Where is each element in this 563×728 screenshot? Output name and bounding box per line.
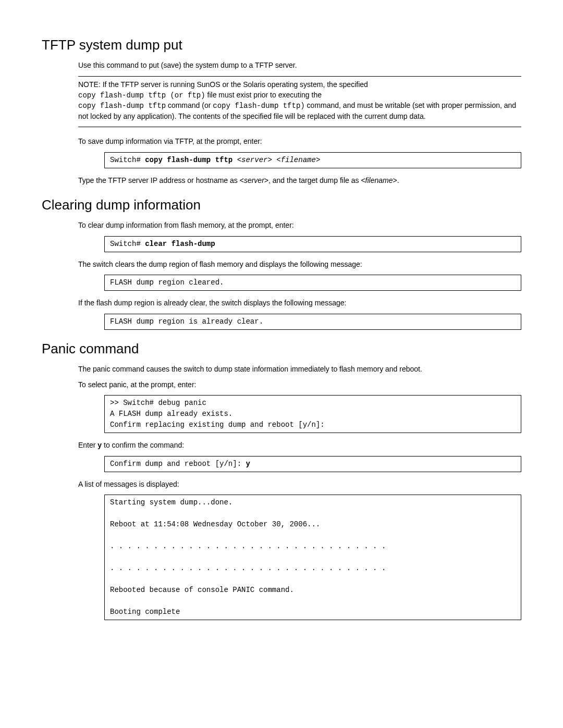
code-block-panic: >> Switch# debug panic A FLASH dump alre… (104, 395, 521, 433)
para-messages: A list of messages is displayed: (78, 479, 521, 490)
para-select-panic: To select panic, at the prompt, enter: (78, 380, 521, 390)
note-code-2: copy flash-dump tftp (78, 102, 166, 110)
code-block-clear: Switch# clear flash-dump (104, 236, 521, 252)
para-type-server: Type the TFTP server IP address or hostn… (78, 176, 521, 186)
note-box: NOTE: If the TFTP server is running SunO… (78, 76, 521, 127)
text-bold: y (97, 441, 102, 449)
code-args: <server> <filename> (237, 156, 321, 164)
code-command: clear flash-dump (145, 240, 215, 248)
para-save-dump: To save dump information via TFTP, at th… (78, 137, 521, 147)
code-block-already-clear: FLASH dump region is already clear. (104, 314, 521, 330)
code-command: copy flash-dump tftp (145, 156, 237, 164)
intro-text: Use this command to put (save) the syste… (78, 60, 521, 71)
note-text-3: command (or (168, 101, 213, 109)
text-italic: filename (365, 176, 393, 184)
note-text-2: file must exist prior to executing the (207, 91, 322, 99)
note-code-3: copy flash-dump tftp) (213, 102, 304, 110)
para-panic-desc: The panic command causes the switch to d… (78, 364, 521, 375)
text-seg: Enter (78, 441, 97, 449)
text-italic: server (244, 176, 264, 184)
code-text: Confirm dump and reboot [y/n]: (110, 460, 246, 468)
heading-tftp: TFTP system dump put (42, 35, 521, 54)
heading-panic: Panic command (42, 339, 521, 358)
text-seg: >, and the target dump file as < (264, 176, 365, 184)
note-text-1: NOTE: If the TFTP server is running SunO… (78, 80, 368, 89)
section-panic-command: Panic command The panic command causes t… (42, 339, 521, 621)
text-seg: to confirm the command: (102, 441, 184, 449)
text-seg: >. (393, 176, 399, 184)
code-block-output: Starting system dump...done. Reboot at 1… (104, 495, 521, 620)
section-tftp-system-dump-put: TFTP system dump put Use this command to… (42, 35, 521, 186)
para-already-clear: If the flash dump region is already clea… (78, 298, 521, 309)
heading-clearing: Clearing dump information (42, 195, 521, 214)
section-clearing-dump: Clearing dump information To clear dump … (42, 195, 521, 330)
code-input: y (246, 460, 250, 468)
para-clear-dump: To clear dump information from flash mem… (78, 220, 521, 231)
code-prompt: Switch# (110, 156, 145, 164)
note-code-1: copy flash-dump tftp (or ftp) (78, 91, 205, 100)
code-prompt: Switch# (110, 240, 145, 248)
note-content: NOTE: If the TFTP server is running SunO… (78, 80, 521, 121)
code-block-cleared: FLASH dump region cleared. (104, 275, 521, 291)
para-enter-y: Enter y to confirm the command: (78, 440, 521, 451)
text-seg: Type the TFTP server IP address or hostn… (78, 176, 244, 184)
code-block-tftp: Switch# copy flash-dump tftp <server> <f… (104, 152, 521, 168)
code-block-confirm: Confirm dump and reboot [y/n]: y (104, 456, 521, 472)
para-clears-region: The switch clears the dump region of fla… (78, 260, 521, 270)
